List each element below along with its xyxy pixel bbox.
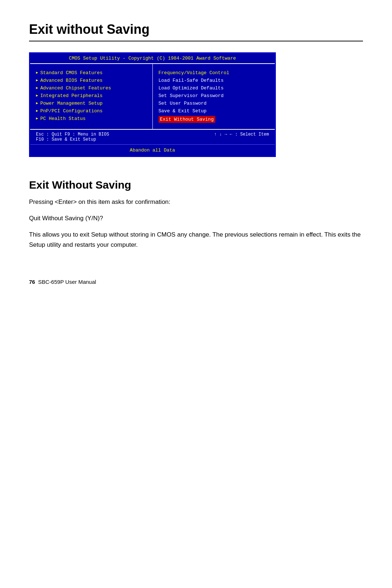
bios-menu-item-integrated[interactable]: ► Integrated Peripherals bbox=[36, 92, 147, 100]
description-line1: Pressing <Enter> on this item asks for c… bbox=[29, 197, 363, 207]
bios-menu-item-advanced-bios[interactable]: ► Advanced BIOS Features bbox=[36, 77, 147, 84]
bios-menu-item-user-password[interactable]: Set User Password bbox=[159, 100, 269, 107]
arrow-icon: ► bbox=[36, 101, 38, 105]
arrow-icon: ► bbox=[36, 71, 38, 75]
arrow-icon: ► bbox=[36, 86, 38, 90]
page-number: 76 bbox=[29, 279, 35, 285]
bios-menu-item-exit-without-saving[interactable]: Exit Without Saving bbox=[159, 115, 269, 124]
arrow-icon: ► bbox=[36, 117, 38, 121]
page-title: Exit without Saving bbox=[29, 22, 363, 37]
bios-abandon-text: Abandon all Data bbox=[30, 144, 275, 156]
bios-menu-item-pnp[interactable]: ► PnP/PCI Configurations bbox=[36, 107, 147, 115]
bios-menu-item-save-exit[interactable]: Save & Exit Setup bbox=[159, 107, 269, 115]
bios-footer-left: Esc : Quit F9 : Menu in BIOS F10 : Save … bbox=[36, 132, 109, 142]
arrow-icon: ► bbox=[36, 94, 38, 98]
description-line2: Quit Without Saving (Y/N)? bbox=[29, 213, 363, 223]
bios-screenshot: CMOS Setup Utility - Copyright (C) 1984-… bbox=[29, 52, 276, 157]
bios-menu-item-failsafe[interactable]: Load Fail-Safe Defaults bbox=[159, 77, 269, 84]
arrow-icon: ► bbox=[36, 109, 38, 113]
section-title: Exit Without Saving bbox=[29, 179, 363, 191]
bios-menu-item-advanced-chipset[interactable]: ► Advanced Chipset Features bbox=[36, 84, 147, 92]
bios-body: ► Standard CMOS Features ► Advanced BIOS… bbox=[30, 64, 275, 129]
bios-footer: Esc : Quit F9 : Menu in BIOS F10 : Save … bbox=[30, 129, 275, 144]
manual-title: SBC-659P User Manual bbox=[38, 279, 96, 285]
bios-right-col: Frequency/Voltage Control Load Fail-Safe… bbox=[153, 64, 275, 129]
bios-left-col: ► Standard CMOS Features ► Advanced BIOS… bbox=[30, 64, 153, 129]
bios-footer-right: ↑ ↓ → ← : Select Item bbox=[214, 132, 269, 142]
bios-menu-item-freq[interactable]: Frequency/Voltage Control bbox=[159, 69, 269, 77]
bios-header: CMOS Setup Utility - Copyright (C) 1984-… bbox=[30, 53, 275, 64]
bios-menu-item-pc-health[interactable]: ► PC Health Status bbox=[36, 115, 147, 122]
arrow-icon: ► bbox=[36, 78, 38, 82]
title-divider bbox=[29, 41, 363, 41]
page-footer: 76 SBC-659P User Manual bbox=[29, 279, 363, 285]
bios-menu-item-supervisor[interactable]: Set Supervisor Password bbox=[159, 92, 269, 100]
bios-menu-item-standard[interactable]: ► Standard CMOS Features bbox=[36, 69, 147, 77]
description-line3: This allows you to exit Setup without st… bbox=[29, 230, 363, 249]
bios-menu-item-power[interactable]: ► Power Management Setup bbox=[36, 100, 147, 107]
bios-menu-item-optimized[interactable]: Load Optimized Defaults bbox=[159, 84, 269, 92]
